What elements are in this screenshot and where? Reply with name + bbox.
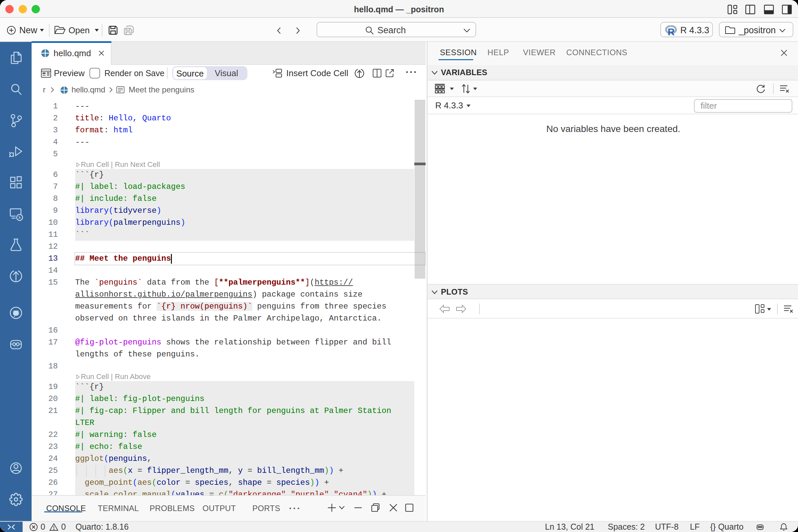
svg-text:R: R	[668, 26, 674, 36]
